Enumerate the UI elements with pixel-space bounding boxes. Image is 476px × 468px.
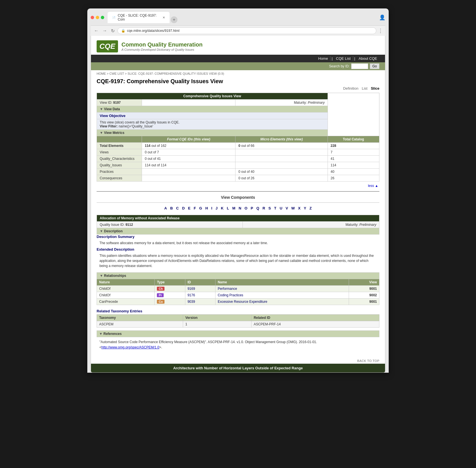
rel-id-link-2[interactable]: 9039	[188, 300, 195, 304]
reference-link[interactable]: http://www.omg.org/spec/ASCPEM/1.0	[101, 345, 159, 349]
alpha-Z[interactable]: Z	[310, 206, 312, 210]
rel-name-0: Performance	[215, 286, 349, 292]
active-tab[interactable]: 📄 CQE - SLICE: CQE-9197: Com ✕	[108, 12, 170, 23]
logo-box: CQE	[97, 40, 118, 52]
rel-id-0: 9169	[185, 286, 215, 292]
divider	[97, 202, 379, 203]
rel-type-2: Co	[155, 299, 185, 305]
tax-version-0: 1	[183, 321, 252, 328]
nav-bar: Home | CQE List | About CQE	[91, 55, 385, 62]
alpha-T[interactable]: T	[274, 206, 276, 210]
alpha-A[interactable]: A	[164, 206, 167, 210]
type-badge-co: Co	[157, 300, 164, 304]
rel-row-2: CanPrecede Co 9039 Excessive Resource Ex…	[97, 299, 379, 305]
alpha-N[interactable]: N	[239, 206, 241, 210]
back-button[interactable]: ←	[93, 28, 100, 34]
alpha-E[interactable]: E	[188, 206, 190, 210]
ext-desc-text: This pattern identifies situations where…	[97, 251, 379, 270]
alpha-M[interactable]: M	[232, 206, 235, 210]
alpha-P[interactable]: P	[251, 206, 253, 210]
tab-favicon-icon: 📄	[112, 16, 115, 19]
browser-tabs: 📄 CQE - SLICE: CQE-9197: Com ✕ +	[108, 12, 379, 23]
alpha-F[interactable]: F	[194, 206, 196, 210]
tax-related-0: ASCPEM-PRF-14	[251, 321, 379, 328]
description-toggle-row[interactable]: ▼ Description	[97, 228, 379, 235]
less-link[interactable]: less ▲	[97, 183, 379, 188]
search-input[interactable]	[351, 63, 368, 69]
rel-name-link-1[interactable]: Coding Practices	[218, 293, 243, 297]
address-bar[interactable]: 🔒 cqe.mitre.org/data/slices/9197.html	[117, 27, 376, 34]
metric-row-0: Total Elements 114 out of 162 0 out of 6…	[97, 143, 379, 149]
tab-list[interactable]: List	[362, 86, 367, 90]
forward-button[interactable]: →	[101, 28, 108, 34]
rel-name-header: Name	[215, 279, 349, 286]
rel-name-link-2[interactable]: Excessive Resource Expenditure	[218, 300, 267, 304]
main-table-title: Comprehensive Quality Issues View	[97, 93, 328, 100]
alpha-C[interactable]: C	[176, 206, 179, 210]
browser-window: 📄 CQE - SLICE: CQE-9197: Com ✕ + 👤 ← → ↻…	[87, 8, 389, 373]
alpha-J[interactable]: J	[215, 206, 217, 210]
profile-icon[interactable]: 👤	[379, 14, 385, 21]
desc-summary-link[interactable]: Description Summary	[97, 235, 134, 239]
metric-header-row: Formal CQE IDs (this view) Micro Element…	[97, 136, 379, 143]
minimize-dot[interactable]	[96, 16, 99, 19]
alpha-Q[interactable]: Q	[256, 206, 259, 210]
alpha-I[interactable]: I	[211, 206, 212, 210]
alpha-D[interactable]: D	[182, 206, 184, 210]
taxonomy-section: Related Taxonomy Entries Taxonomy Versio…	[97, 308, 379, 328]
alpha-W[interactable]: W	[291, 206, 295, 210]
view-tabs: Definition List Slice	[91, 86, 385, 90]
tab-definition[interactable]: Definition	[343, 86, 358, 90]
ref-collapse-icon: ▼	[99, 332, 103, 336]
alpha-V[interactable]: V	[286, 206, 288, 210]
browser-content: CQE Common Quality Enumeration A Communi…	[91, 36, 385, 373]
nav-home[interactable]: Home	[316, 56, 331, 61]
search-go-button[interactable]: Go	[370, 63, 379, 69]
alpha-X[interactable]: X	[298, 206, 301, 210]
tab-close-icon[interactable]: ✕	[163, 16, 165, 19]
alpha-S[interactable]: S	[268, 206, 271, 210]
micro-elements-header: Micro Elements (this view)	[235, 136, 328, 143]
tax-col-0: Taxonomy	[97, 315, 183, 321]
rel-id-link-0[interactable]: 9169	[188, 287, 195, 291]
nav-about[interactable]: About CQE	[356, 56, 379, 61]
refresh-button[interactable]: ↻	[110, 28, 116, 34]
relationships-collapse-icon: ▼	[100, 274, 103, 278]
rel-nature-0: ChildOf	[97, 286, 155, 292]
tab-slice[interactable]: Slice	[371, 86, 379, 90]
rel-id-link-1[interactable]: 9176	[188, 293, 195, 297]
alpha-H[interactable]: H	[205, 206, 208, 210]
tax-header-row: Taxonomy Version Related ID	[97, 315, 379, 321]
alpha-U[interactable]: U	[280, 206, 282, 210]
references-toggle[interactable]: ▼ References	[97, 330, 379, 337]
alpha-R[interactable]: R	[263, 206, 265, 210]
relationships-toggle-row[interactable]: ▼ Relationships	[97, 273, 379, 279]
back-to-top[interactable]: BACK TO TOP	[91, 358, 385, 364]
org-name: Common Quality Enumeration	[121, 41, 203, 48]
view-metrics-toggle-row: ▼ View Metrics	[97, 130, 379, 136]
alpha-G[interactable]: G	[199, 206, 202, 210]
type-badge-pr: Pr	[157, 293, 164, 297]
qi-header: Allocation of Memory without Associated …	[97, 215, 379, 222]
references-section: ▼ References "Automated Source Code Perf…	[97, 330, 379, 352]
maximize-dot[interactable]	[101, 16, 104, 19]
rel-nature-2: CanPrecede	[97, 299, 155, 305]
view-id-row: View ID: 9197 Maturity: Preliminary	[97, 100, 379, 106]
alpha-B[interactable]: B	[170, 206, 173, 210]
search-label: Search by ID:	[329, 64, 350, 68]
rel-view-1: 9002	[349, 292, 379, 299]
menu-button[interactable]: ⋮	[378, 28, 383, 34]
ext-desc-link[interactable]: Extended Description	[97, 247, 134, 251]
alpha-Y[interactable]: Y	[304, 206, 306, 210]
new-tab-button[interactable]: +	[171, 16, 177, 23]
desc-summary-text: The software allocates memory for a data…	[97, 239, 379, 247]
alpha-L[interactable]: L	[227, 206, 229, 210]
taxonomy-title: Related Taxonomy Entries	[97, 308, 379, 314]
nav-cqe-list[interactable]: CQE List	[334, 56, 353, 61]
view-objective-link[interactable]: View Objective	[100, 114, 126, 118]
rel-name-2: Excessive Resource Expenditure	[215, 299, 349, 305]
alpha-O[interactable]: O	[244, 206, 247, 210]
close-dot[interactable]	[91, 16, 94, 19]
alpha-K[interactable]: K	[221, 206, 223, 210]
rel-name-link-0[interactable]: Performance	[218, 287, 237, 291]
